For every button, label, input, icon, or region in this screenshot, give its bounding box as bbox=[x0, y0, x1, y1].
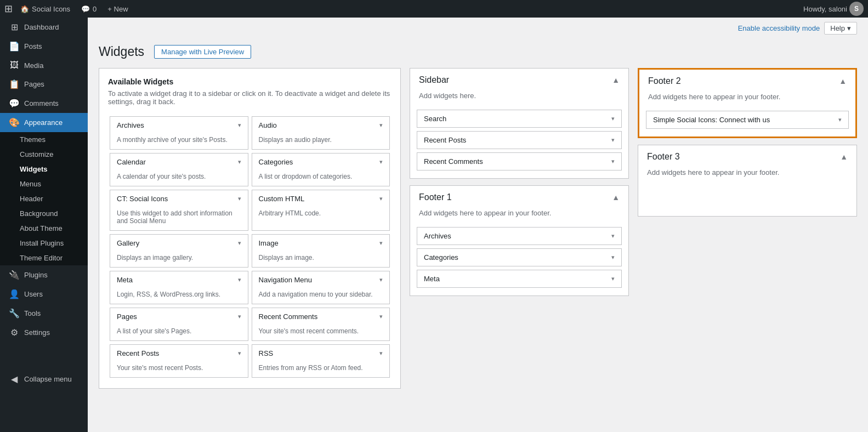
widget-header[interactable]: RSS ▾ bbox=[252, 345, 390, 362]
help-button[interactable]: Help ▾ bbox=[824, 22, 857, 35]
submenu-widgets[interactable]: Widgets bbox=[0, 162, 88, 177]
panel-widget-header[interactable]: Meta ▾ bbox=[417, 270, 621, 287]
sidebar-item-label: Dashboard bbox=[24, 23, 59, 31]
widget-header[interactable]: Navigation Menu ▾ bbox=[252, 271, 390, 288]
submenu-customize[interactable]: Customize bbox=[0, 147, 88, 162]
submenu-background[interactable]: Background bbox=[0, 206, 88, 221]
right-col: Footer 2 ▲ Add widgets here to appear in… bbox=[638, 68, 857, 217]
chevron-down-icon: ▾ bbox=[611, 115, 615, 122]
panel-widget-header[interactable]: Simple Social Icons: Connect with us ▾ bbox=[646, 111, 848, 128]
widget-header[interactable]: Recent Posts ▾ bbox=[110, 345, 248, 362]
widget-header[interactable]: Archives ▾ bbox=[110, 117, 248, 134]
available-widgets-panel: Available Widgets To activate a widget d… bbox=[99, 68, 401, 389]
sidebar-item-label: Users bbox=[24, 290, 43, 298]
submenu-themes[interactable]: Themes bbox=[0, 132, 88, 147]
collapse-menu-item[interactable]: ◀ Collapse menu bbox=[0, 370, 88, 389]
widget-desc: Login, RSS, & WordPress.org links. bbox=[110, 288, 248, 304]
footer1-collapse-button[interactable]: ▲ bbox=[612, 193, 620, 202]
submenu-header[interactable]: Header bbox=[0, 191, 88, 206]
comment-icon: 💬 bbox=[81, 5, 90, 13]
sidebar-panel-header[interactable]: Sidebar ▲ bbox=[410, 69, 628, 92]
chevron-down-icon: ▾ bbox=[611, 275, 615, 282]
footer1-panel: Footer 1 ▲ Add widgets here to appear in… bbox=[410, 185, 629, 296]
widget-item: RSS ▾ Entries from any RSS or Atom feed. bbox=[252, 344, 390, 378]
panel-widget-name: Archives bbox=[424, 232, 451, 240]
panel-widget-header[interactable]: Recent Comments ▾ bbox=[417, 153, 621, 170]
panel-widget-header[interactable]: Archives ▾ bbox=[417, 228, 621, 245]
panel-widget-item: Recent Posts ▾ bbox=[417, 131, 622, 149]
chevron-down-icon: ▾ bbox=[379, 240, 383, 247]
sidebar-item-posts[interactable]: 📄 Posts bbox=[0, 37, 88, 56]
sidebar-item-appearance[interactable]: 🎨 Appearance bbox=[0, 113, 88, 132]
widget-item: Recent Comments ▾ Your site's most recen… bbox=[252, 308, 390, 341]
footer3-panel-header[interactable]: Footer 3 ▲ bbox=[638, 145, 856, 168]
help-label: Help bbox=[830, 24, 845, 32]
widget-desc: Use this widget to add short information… bbox=[110, 207, 248, 230]
widget-name: Categories bbox=[259, 158, 293, 166]
avatar[interactable]: S bbox=[849, 2, 864, 16]
footer1-panel-header[interactable]: Footer 1 ▲ bbox=[410, 186, 628, 209]
wp-logo-icon[interactable]: ⊞ bbox=[4, 3, 13, 15]
submenu-menus[interactable]: Menus bbox=[0, 177, 88, 191]
sidebar-item-comments[interactable]: 💬 Comments bbox=[0, 94, 88, 113]
widget-item: Image ▾ Displays an image. bbox=[252, 234, 390, 268]
widget-desc: A monthly archive of your site's Posts. bbox=[110, 134, 248, 149]
submenu-theme-editor[interactable]: Theme Editor bbox=[0, 251, 88, 265]
footer1-panel-widgets: Archives ▾ Categories ▾ Meta ▾ bbox=[410, 227, 628, 288]
chevron-down-icon: ▾ bbox=[379, 276, 383, 283]
widget-header[interactable]: Audio ▾ bbox=[252, 117, 390, 134]
wp-wrap: ⊞ Dashboard 📄 Posts 🖼 Media 📋 Pages 💬 Co… bbox=[0, 18, 868, 432]
site-name: Social Icons bbox=[32, 5, 70, 13]
chevron-down-icon: ▾ bbox=[379, 195, 383, 202]
sidebar-item-dashboard[interactable]: ⊞ Dashboard bbox=[0, 18, 88, 37]
footer2-panel: Footer 2 ▲ Add widgets here to appear in… bbox=[638, 68, 857, 138]
footer2-panel-header[interactable]: Footer 2 ▲ bbox=[639, 70, 855, 93]
admin-sidebar: ⊞ Dashboard 📄 Posts 🖼 Media 📋 Pages 💬 Co… bbox=[0, 18, 88, 432]
sidebar-item-label: Comments bbox=[24, 99, 59, 107]
tools-icon: 🔧 bbox=[9, 308, 20, 319]
chevron-down-icon: ▾ bbox=[238, 122, 241, 129]
widget-header[interactable]: Pages ▾ bbox=[110, 308, 248, 325]
widget-name: Audio bbox=[259, 121, 277, 129]
footer2-panel-title: Footer 2 bbox=[648, 76, 681, 86]
manage-preview-button[interactable]: Manage with Live Preview bbox=[154, 45, 251, 59]
sidebar-item-settings[interactable]: ⚙ Settings bbox=[0, 323, 88, 342]
panel-widget-header[interactable]: Recent Posts ▾ bbox=[417, 132, 621, 149]
sidebar-item-tools[interactable]: 🔧 Tools bbox=[0, 304, 88, 323]
widget-header[interactable]: Recent Comments ▾ bbox=[252, 308, 390, 325]
sidebar-panel-widgets: Search ▾ Recent Posts ▾ Recent Comments … bbox=[410, 110, 628, 170]
submenu-install-plugins[interactable]: Install Plugins bbox=[0, 236, 88, 251]
widget-name: CT: Social Icons bbox=[117, 195, 168, 203]
panel-widget-header[interactable]: Categories ▾ bbox=[417, 249, 621, 266]
sidebar-item-media[interactable]: 🖼 Media bbox=[0, 56, 88, 75]
widgets-grid: Archives ▾ A monthly archive of your sit… bbox=[108, 115, 392, 379]
avatar-initials: S bbox=[854, 5, 859, 13]
widget-header[interactable]: Meta ▾ bbox=[110, 271, 248, 288]
widget-item: Navigation Menu ▾ Add a navigation menu … bbox=[252, 271, 390, 304]
widget-name: Pages bbox=[117, 312, 137, 321]
footer2-collapse-button[interactable]: ▲ bbox=[839, 77, 847, 86]
footer3-collapse-button[interactable]: ▲ bbox=[840, 152, 848, 161]
submenu-about-theme[interactable]: About Theme bbox=[0, 221, 88, 236]
widget-header[interactable]: CT: Social Icons ▾ bbox=[110, 190, 248, 207]
widget-header[interactable]: Custom HTML ▾ bbox=[252, 190, 390, 207]
panel-widget-name: Meta bbox=[424, 275, 440, 283]
widget-header[interactable]: Image ▾ bbox=[252, 235, 390, 252]
widget-header[interactable]: Categories ▾ bbox=[252, 154, 390, 170]
sidebar-collapse-button[interactable]: ▲ bbox=[612, 76, 620, 84]
chevron-down-icon: ▾ bbox=[847, 24, 851, 32]
panel-widget-name: Recent Comments bbox=[424, 157, 483, 166]
sidebar-item-users[interactable]: 👤 Users bbox=[0, 285, 88, 304]
site-link[interactable]: 🏠 Social Icons bbox=[15, 0, 76, 18]
widget-item: Archives ▾ A monthly archive of your sit… bbox=[110, 116, 248, 150]
widget-item: Calendar ▾ A calendar of your site's pos… bbox=[110, 153, 248, 186]
sidebar-item-pages[interactable]: 📋 Pages bbox=[0, 75, 88, 94]
new-content-item[interactable]: + New bbox=[102, 0, 133, 18]
comments-adminbar-item[interactable]: 💬 0 bbox=[76, 0, 102, 18]
widget-header[interactable]: Gallery ▾ bbox=[110, 235, 248, 252]
widget-header[interactable]: Calendar ▾ bbox=[110, 154, 248, 170]
sidebar-item-plugins[interactable]: 🔌 Plugins bbox=[0, 265, 88, 285]
enable-accessibility-link[interactable]: Enable accessibility mode bbox=[738, 24, 820, 32]
chevron-down-icon: ▾ bbox=[838, 116, 842, 123]
panel-widget-header[interactable]: Search ▾ bbox=[417, 110, 621, 127]
